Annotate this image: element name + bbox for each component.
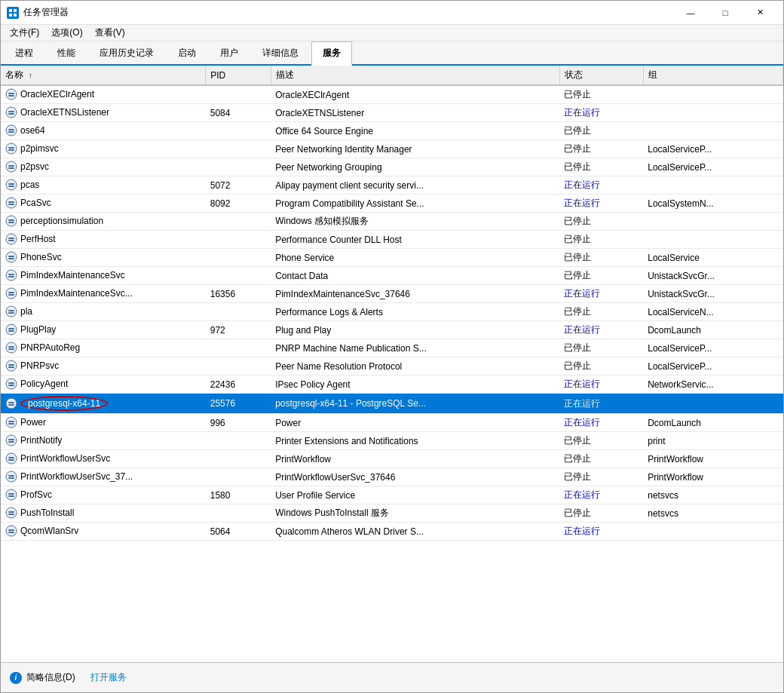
maximize-button[interactable]: □ (708, 1, 743, 25)
window-title: 任务管理器 (23, 6, 673, 19)
cell-pid (206, 468, 271, 486)
table-row[interactable]: postgresql-x64-1125576postgresql-x64-11 … (1, 394, 783, 414)
tab-process[interactable]: 进程 (4, 41, 44, 64)
title-bar: 任务管理器 — □ ✕ (1, 1, 783, 25)
cell-status: 已停止 (559, 249, 643, 267)
svg-rect-12 (8, 131, 14, 133)
service-icon (5, 397, 17, 409)
table-row[interactable]: pcas5072Alipay payment client security s… (1, 176, 783, 195)
cell-group (643, 122, 782, 140)
menu-view[interactable]: 查看(V) (89, 25, 131, 41)
menu-options[interactable]: 选项(O) (45, 25, 88, 41)
cell-pid: 1580 (206, 486, 271, 504)
cell-status: 已停止 (559, 231, 643, 249)
svg-rect-24 (8, 204, 14, 205)
service-name-text: PhoneSvc (20, 252, 62, 262)
svg-rect-72 (8, 495, 14, 497)
table-row[interactable]: p2pimsvcPeer Networking Identity Manager… (1, 140, 783, 158)
minimize-button[interactable]: — (673, 1, 708, 25)
cell-desc: PrintWorkflow (271, 450, 559, 468)
table-row[interactable]: PimIndexMaintenanceSvcContact Data已停止Uni… (1, 267, 783, 285)
tab-startup[interactable]: 启动 (167, 41, 207, 64)
cell-status: 已停止 (559, 303, 643, 321)
cell-group: netsvcs (643, 504, 782, 523)
cell-desc: Alipay payment client security servi... (271, 176, 559, 195)
table-row[interactable]: OracleXEClrAgentOracleXEClrAgent已停止 (1, 85, 783, 104)
services-table-container[interactable]: 名称 ↑ PID 描述 状态 组 (1, 66, 783, 662)
table-row[interactable]: PerfHostPerformance Counter DLL Host已停止 (1, 231, 783, 249)
service-name-text: PrintWorkflowUserSvc_37... (20, 471, 133, 482)
cell-desc: Plug and Play (271, 321, 559, 339)
cell-pid: 25576 (206, 394, 271, 414)
tab-services[interactable]: 服务 (311, 41, 352, 66)
table-row[interactable]: PushToInstallWindows PushToInstall 服务已停止… (1, 504, 783, 523)
svg-rect-33 (8, 258, 14, 259)
svg-rect-17 (8, 165, 14, 167)
cell-group: netsvcs (643, 486, 782, 504)
table-row[interactable]: PimIndexMaintenanceSvc...16356PimIndexMa… (1, 285, 783, 303)
service-name-text: PrintNotify (20, 435, 62, 446)
cell-pid (206, 140, 271, 158)
service-icon (5, 233, 17, 245)
table-row[interactable]: PrintNotifyPrinter Extensions and Notifi… (1, 432, 783, 450)
svg-rect-9 (8, 113, 14, 115)
table-row[interactable]: Power996Power正在运行DcomLaunch (1, 414, 783, 432)
service-name-text: QcomWlanSrv (20, 526, 78, 536)
tab-details[interactable]: 详细信息 (251, 41, 310, 64)
cell-group (643, 176, 782, 195)
footer-info-label[interactable]: 简略信息(D) (26, 671, 75, 684)
open-services-link[interactable]: 打开服务 (90, 671, 127, 684)
table-row[interactable]: PlugPlay972Plug and Play正在运行DcomLaunch (1, 321, 783, 339)
menu-file[interactable]: 文件(F) (4, 25, 45, 41)
column-header-name[interactable]: 名称 ↑ (1, 66, 206, 85)
table-row[interactable]: PolicyAgent22436IPsec Policy Agent正在运行Ne… (1, 376, 783, 394)
column-header-group[interactable]: 组 (643, 66, 782, 85)
service-name-text: OracleXEClrAgent (20, 89, 94, 100)
service-icon (5, 360, 17, 372)
table-row[interactable]: PNRPAutoRegPNRP Machine Name Publication… (1, 339, 783, 357)
cell-name: ProfSvc (1, 486, 206, 504)
cell-desc: Peer Name Resolution Protocol (271, 357, 559, 376)
service-name-text: PlugPlay (20, 324, 56, 335)
cell-pid (206, 339, 271, 357)
service-icon (5, 507, 17, 519)
services-table-body: OracleXEClrAgentOracleXEClrAgent已停止 Orac… (1, 85, 783, 541)
cell-pid (206, 231, 271, 249)
cell-pid (206, 357, 271, 376)
table-row[interactable]: PrintWorkflowUserSvcPrintWorkflow已停止Prin… (1, 450, 783, 468)
svg-rect-1 (14, 9, 17, 12)
cell-desc: Phone Service (271, 249, 559, 267)
tab-app-history[interactable]: 应用历史记录 (88, 41, 165, 64)
table-row[interactable]: perceptionsimulationWindows 感知模拟服务已停止 (1, 213, 783, 231)
cell-desc: Contact Data (271, 267, 559, 285)
cell-pid (206, 122, 271, 140)
table-row[interactable]: PrintWorkflowUserSvc_37...PrintWorkflowU… (1, 468, 783, 486)
cell-pid (206, 450, 271, 468)
column-header-desc[interactable]: 描述 (271, 66, 559, 85)
cell-desc: Performance Counter DLL Host (271, 231, 559, 249)
cell-pid: 5072 (206, 176, 271, 195)
column-header-pid[interactable]: PID (206, 66, 271, 85)
cell-status: 已停止 (559, 468, 643, 486)
table-row[interactable]: PNRPsvcPeer Name Resolution Protocol已停止L… (1, 357, 783, 376)
cell-name: PhoneSvc (1, 249, 206, 267)
cell-group: UnistackSvcGr... (643, 285, 782, 303)
cell-desc: Office 64 Source Engine (271, 122, 559, 140)
table-row[interactable]: ProfSvc1580User Profile Service正在运行netsv… (1, 486, 783, 504)
table-row[interactable]: ose64Office 64 Source Engine已停止 (1, 122, 783, 140)
svg-rect-11 (8, 129, 14, 130)
table-row[interactable]: OracleXETNSListener5084OracleXETNSListen… (1, 104, 783, 122)
table-row[interactable]: PcaSvc8092Program Compatibility Assistan… (1, 195, 783, 213)
tab-users[interactable]: 用户 (209, 41, 250, 64)
close-button[interactable]: ✕ (743, 1, 777, 25)
table-row[interactable]: QcomWlanSrv5064Qualcomm Atheros WLAN Dri… (1, 523, 783, 541)
table-row[interactable]: PhoneSvcPhone Service已停止LocalService (1, 249, 783, 267)
svg-rect-57 (8, 404, 14, 406)
cell-group: LocalServiceP... (643, 357, 782, 376)
cell-name: PrintWorkflowUserSvc_37... (1, 468, 206, 486)
table-row[interactable]: plaPerformance Logs & Alerts已停止LocalServ… (1, 303, 783, 321)
cell-group: PrintWorkflow (643, 468, 782, 486)
column-header-status[interactable]: 状态 (559, 66, 643, 85)
tab-performance[interactable]: 性能 (46, 41, 87, 64)
table-row[interactable]: p2psvcPeer Networking Grouping已停止LocalSe… (1, 158, 783, 176)
